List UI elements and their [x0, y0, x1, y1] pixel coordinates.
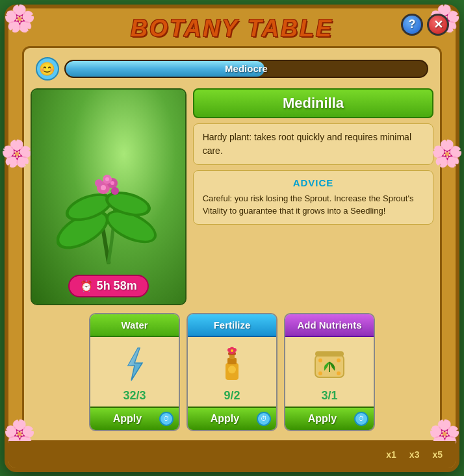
svg-point-30	[318, 358, 322, 362]
svg-rect-34	[315, 351, 344, 357]
nutrients-card-footer: Apply ⏱	[285, 407, 374, 430]
water-icon	[114, 344, 155, 385]
water-card-header: Water	[90, 314, 179, 337]
nutrients-card-body: 3/1	[285, 337, 374, 407]
nutrients-card-header: Add Nutrients	[285, 314, 374, 337]
inner-content: 😊 Mediocre	[22, 46, 443, 442]
svg-point-21	[228, 366, 236, 373]
svg-point-14	[110, 181, 114, 185]
plant-image	[57, 158, 161, 278]
main-content-row: ⏰ 5h 58m Medinilla Hardy plant: takes ro…	[31, 88, 434, 305]
water-apply-button[interactable]: Apply	[96, 413, 159, 425]
svg-point-15	[105, 177, 109, 181]
modal-title: BOTANY TABLE	[131, 15, 333, 42]
water-card-body: 32/3	[90, 337, 179, 407]
info-panel: Medinilla Hardy plant: takes root quickl…	[193, 88, 434, 305]
status-bar: Mediocre	[64, 60, 429, 78]
bottom-item-x5: x5	[432, 449, 443, 460]
svg-point-13	[101, 185, 106, 190]
svg-marker-17	[128, 348, 142, 381]
water-count: 32/3	[123, 389, 146, 403]
nutrients-apply-button[interactable]: Apply	[290, 413, 354, 425]
svg-point-27	[231, 349, 233, 352]
actions-row: Water	[31, 310, 434, 434]
fertilize-card: Fertilize	[187, 313, 277, 431]
title-band: BOTANY TABLE ? ✕	[8, 8, 456, 46]
water-label: Water	[121, 319, 148, 331]
bottom-item-x1: x1	[386, 449, 396, 460]
plant-description: Hardy plant: takes root quickly and requ…	[203, 132, 411, 156]
timer-icon: ⏰	[80, 280, 93, 292]
fertilize-card-footer: Apply ⏱	[188, 407, 276, 430]
water-timer-icon: ⏱	[159, 412, 174, 426]
advice-box: ADVICE Careful: you risk losing the Spro…	[193, 170, 434, 225]
water-card: Water	[89, 313, 180, 431]
bottom-bar: x1 x3 x5	[8, 441, 456, 468]
svg-point-31	[337, 358, 341, 362]
advice-text: Careful: you risk losing the Sprout. Inc…	[203, 194, 414, 216]
nutrients-timer-icon: ⏱	[354, 412, 368, 426]
help-button[interactable]: ?	[401, 14, 423, 36]
status-row: 😊 Mediocre	[31, 55, 434, 83]
bottom-item-x3: x3	[409, 449, 420, 460]
svg-point-11	[111, 187, 119, 195]
fertilize-label: Fertilize	[214, 319, 251, 331]
nutrients-label: Add Nutrients	[297, 319, 361, 331]
close-button[interactable]: ✕	[427, 14, 449, 36]
timer-text: 5h 58m	[97, 279, 137, 293]
nutrients-count: 3/1	[321, 389, 337, 403]
plant-name-bar: Medinilla	[193, 88, 434, 118]
fertilize-count: 9/2	[224, 389, 240, 403]
botany-table-modal: 🌸 🌸 🌸 🌸 🌸 🌸 BOTANY TABLE ? ✕ 😊 Mediocre	[5, 5, 459, 472]
top-buttons: ? ✕	[401, 14, 449, 36]
description-box: Hardy plant: takes root quickly and requ…	[193, 123, 434, 165]
timer-badge: ⏰ 5h 58m	[68, 275, 149, 297]
fertilize-timer-icon: ⏱	[257, 412, 271, 426]
fertilize-apply-button[interactable]: Apply	[193, 413, 257, 425]
plant-panel: ⏰ 5h 58m	[31, 88, 187, 305]
svg-point-32	[318, 371, 322, 375]
mood-icon: 😊	[36, 57, 59, 81]
status-label: Mediocre	[66, 61, 428, 77]
plant-name: Medinilla	[283, 95, 344, 111]
fertilize-card-header: Fertilize	[188, 314, 276, 337]
fertilize-card-body: 9/2	[188, 337, 276, 407]
nutrients-icon	[309, 344, 350, 385]
fertilize-icon	[211, 344, 253, 385]
advice-title: ADVICE	[203, 177, 424, 188]
water-card-footer: Apply ⏱	[90, 407, 179, 430]
svg-point-33	[337, 371, 341, 375]
nutrients-card: Add Nutrients	[284, 313, 375, 431]
